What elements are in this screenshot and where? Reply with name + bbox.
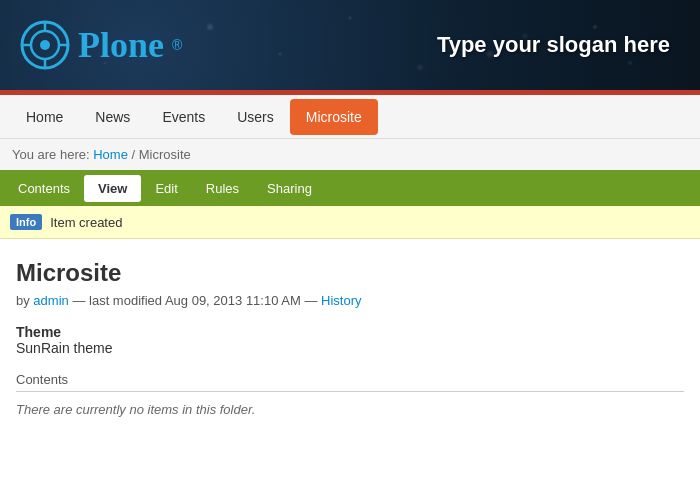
nav-item-users[interactable]: Users [221, 99, 290, 135]
meta-by-label: by [16, 293, 30, 308]
site-slogan: Type your slogan here [437, 32, 670, 58]
toolbar-sharing[interactable]: Sharing [253, 175, 326, 202]
info-badge: Info [10, 214, 42, 230]
theme-value: SunRain theme [16, 340, 684, 356]
content-meta: by admin — last modified Aug 09, 2013 11… [16, 293, 684, 308]
toolbar-edit[interactable]: Edit [141, 175, 191, 202]
theme-label: Theme [16, 324, 684, 340]
meta-date-value: Aug 09, 2013 11:10 AM [165, 293, 301, 308]
page-title: Microsite [16, 259, 684, 287]
logo-text: Plone [78, 24, 164, 66]
breadcrumb: You are here: Home / Microsite [0, 139, 700, 170]
content-toolbar: Contents View Edit Rules Sharing [0, 170, 700, 206]
plone-logo-icon [20, 20, 70, 70]
breadcrumb-current: Microsite [139, 147, 191, 162]
nav-item-home[interactable]: Home [10, 99, 79, 135]
logo-sup: ® [172, 37, 182, 53]
info-bar: Info Item created [0, 206, 700, 239]
contents-section: Contents There are currently no items in… [16, 372, 684, 417]
history-link[interactable]: History [321, 293, 361, 308]
toolbar-view[interactable]: View [84, 175, 141, 202]
meta-modified-label: last modified [89, 293, 162, 308]
nav-item-microsite[interactable]: Microsite [290, 99, 378, 135]
nav-item-events[interactable]: Events [146, 99, 221, 135]
main-content: Microsite by admin — last modified Aug 0… [0, 239, 700, 500]
header: Plone® Type your slogan here [0, 0, 700, 90]
nav-item-news[interactable]: News [79, 99, 146, 135]
theme-section: Theme SunRain theme [16, 324, 684, 356]
breadcrumb-home[interactable]: Home [93, 147, 128, 162]
toolbar-rules[interactable]: Rules [192, 175, 253, 202]
breadcrumb-separator: / [132, 147, 139, 162]
meta-separator2: — [304, 293, 321, 308]
author-link[interactable]: admin [33, 293, 68, 308]
logo-area: Plone® [20, 20, 182, 70]
info-message: Item created [50, 215, 122, 230]
meta-separator1: — [72, 293, 89, 308]
empty-folder-message: There are currently no items in this fol… [16, 402, 684, 417]
toolbar-contents[interactable]: Contents [4, 175, 84, 202]
breadcrumb-prefix: You are here: [12, 147, 90, 162]
main-nav: Home News Events Users Microsite [0, 95, 700, 139]
svg-point-2 [40, 40, 50, 50]
contents-heading: Contents [16, 372, 684, 392]
